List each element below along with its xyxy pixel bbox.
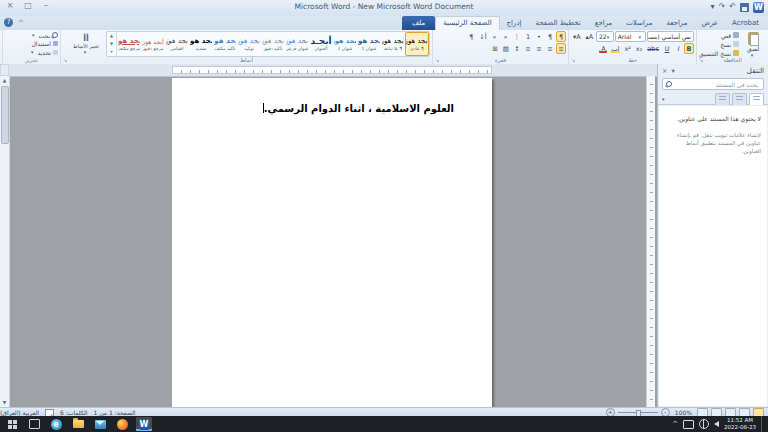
taskbar-clock[interactable]: 11:52 AM 2022-08-23 <box>724 417 756 431</box>
pane-dropdown-icon[interactable]: ▾ <box>671 67 674 75</box>
bullets-button[interactable]: • <box>534 31 544 42</box>
gallery-scroll-down-icon[interactable]: ▼ <box>107 40 116 48</box>
tab-insert[interactable]: إدراج <box>500 16 529 30</box>
font-size-select[interactable]: 22 ▾ <box>596 31 614 42</box>
grow-font-button[interactable]: A▴ <box>584 31 596 42</box>
start-button[interactable] <box>4 417 20 431</box>
style-intense-reference[interactable]: أبجد هوز مرجع مكثف <box>117 32 141 56</box>
word-count[interactable]: الكلمات: 6 <box>60 409 88 416</box>
tab-page-layout[interactable]: تخطيط الصفحة <box>529 16 588 30</box>
complex-font-select[interactable]: نص أساسي (مست ▾ <box>647 31 694 42</box>
search-input[interactable] <box>676 80 760 89</box>
show-desktop-button[interactable] <box>761 416 766 432</box>
scroll-up-icon[interactable]: ▲ <box>0 76 9 85</box>
browse-results-tab[interactable] <box>715 93 730 105</box>
task-view-button[interactable] <box>26 417 42 431</box>
style-heading1[interactable]: أبجد هوز عنوان 1 <box>357 32 381 56</box>
tab-acrobat[interactable]: Acrobat <box>725 16 766 30</box>
styles-dialog-launcher-icon[interactable]: ↘ <box>63 57 67 64</box>
align-right-button[interactable]: ≡ <box>556 43 566 54</box>
horizontal-ruler[interactable] <box>0 64 657 77</box>
shrink-font-button[interactable]: A▾ <box>571 31 583 42</box>
scrollbar-thumb[interactable] <box>1 86 9 144</box>
document-text[interactable]: العلوم الاسلامية ، اثناء الدوام الرسمي. <box>172 102 492 115</box>
search-icon[interactable] <box>666 81 672 87</box>
align-center-button[interactable]: ≡ <box>545 43 555 54</box>
style-heading2[interactable]: أبجد هوز عنوان 2 <box>333 32 357 56</box>
rtl-direction-button[interactable]: ¶ <box>556 31 566 42</box>
style-quote[interactable]: أبجد هوز اقتباس <box>165 32 189 56</box>
vertical-ruler[interactable] <box>646 76 655 407</box>
subscript-button[interactable]: x₂ <box>634 43 644 54</box>
word-logo-icon[interactable]: W <box>753 2 764 13</box>
format-painter-button[interactable]: نسخ التنسيق <box>699 49 739 57</box>
numbering-button[interactable]: 1 <box>523 31 533 42</box>
qat-dropdown-icon[interactable]: ▾ <box>711 1 715 13</box>
save-icon[interactable] <box>740 3 749 12</box>
style-emphasis[interactable]: أبجد هوز توكيد <box>237 32 261 56</box>
gallery-scroll-up-icon[interactable]: ▲ <box>107 32 116 40</box>
cut-button[interactable]: قص <box>699 31 739 39</box>
tab-view[interactable]: عرض <box>694 16 725 30</box>
pane-close-icon[interactable]: × <box>662 67 667 75</box>
scroll-down-icon[interactable]: ▼ <box>0 398 9 407</box>
language-indicator[interactable]: العربية (العراق) <box>0 409 39 416</box>
paragraph-dialog-launcher-icon[interactable]: ↘ <box>435 57 439 64</box>
display-icon[interactable] <box>683 420 694 429</box>
firefox-button[interactable] <box>114 417 130 431</box>
sort-button[interactable]: أ↓ <box>477 31 488 42</box>
justify-button[interactable]: ≡ <box>523 43 533 54</box>
increase-indent-button[interactable]: » <box>490 31 500 42</box>
gallery-expand-icon[interactable]: ▾ <box>107 48 116 56</box>
style-subtle-reference[interactable]: أبجد هوز مرجع دقيق <box>141 32 165 56</box>
tabs-dropdown-icon[interactable]: ▾ <box>662 96 665 102</box>
style-title[interactable]: أبجـد العنوان <box>309 32 333 56</box>
word-taskbar-button[interactable]: W <box>136 417 152 431</box>
bold-button[interactable]: B <box>684 43 694 54</box>
tab-references[interactable]: مراجع <box>588 16 620 30</box>
decrease-indent-button[interactable]: « <box>501 31 511 42</box>
copy-button[interactable]: نسخ <box>699 40 739 48</box>
edge-button[interactable]: e <box>48 417 64 431</box>
zoom-level[interactable]: 100% <box>675 409 692 416</box>
browse-pages-tab[interactable] <box>732 93 747 105</box>
line-spacing-button[interactable]: ↕ <box>512 43 522 54</box>
file-explorer-button[interactable] <box>70 417 86 431</box>
clipboard-dialog-launcher-icon[interactable]: ↘ <box>699 57 703 64</box>
tab-home[interactable]: الصفحة الرئيسية <box>435 16 499 30</box>
tray-expand-icon[interactable]: ^ <box>672 419 678 429</box>
paste-button[interactable]: لصق ▾ <box>740 31 766 59</box>
help-icon[interactable]: ? <box>4 18 13 27</box>
change-styles-button[interactable]: أأ تغيير الأنماط ▾ <box>67 31 105 57</box>
style-no-spacing[interactable]: أبجد هوز ¶ بلا تباعد <box>381 32 405 56</box>
font-color-button[interactable]: A <box>598 43 608 54</box>
align-left-button[interactable]: ≡ <box>534 43 544 54</box>
italic-button[interactable]: I <box>673 43 683 54</box>
style-normal[interactable]: أبجد هوز ¶ عادي <box>405 32 429 56</box>
tab-review[interactable]: مراجعة <box>659 16 694 30</box>
shading-button[interactable]: ▨ <box>501 43 511 54</box>
network-icon[interactable] <box>699 419 709 429</box>
font-name-select[interactable]: Arial ▾ <box>615 31 646 42</box>
redo-icon[interactable]: ↷ <box>719 1 726 13</box>
underline-button[interactable]: U <box>662 43 672 54</box>
style-subtitle[interactable]: أبجد هوز عنوان فرعي <box>285 32 309 56</box>
multilevel-list-button[interactable]: ⋮ <box>512 31 523 42</box>
volume-icon[interactable] <box>714 421 719 427</box>
collapse-ribbon-icon[interactable]: ^ <box>18 19 24 27</box>
text-highlight-button[interactable]: اب <box>609 43 621 54</box>
borders-button[interactable]: ⊞ <box>490 43 500 54</box>
find-button[interactable]: بحث ▾ <box>5 31 58 40</box>
vertical-scrollbar[interactable]: ▲ ▼ <box>0 76 10 407</box>
ruler-toggle-button[interactable] <box>0 64 9 76</box>
undo-icon[interactable]: ↶ <box>729 1 736 13</box>
tab-file[interactable]: ملف <box>402 16 435 30</box>
mail-button[interactable] <box>92 417 108 431</box>
document-page[interactable]: العلوم الاسلامية ، اثناء الدوام الرسمي. <box>172 78 492 407</box>
replace-button[interactable]: استبدال <box>5 40 58 49</box>
ltr-direction-button[interactable]: ¶ <box>545 31 555 42</box>
select-button[interactable]: تحديد ▾ <box>5 48 58 57</box>
tab-mailings[interactable]: مراسلات <box>619 16 659 30</box>
style-intense-emphasis[interactable]: أبجد هوز تأكيد مكثف <box>213 32 237 56</box>
zoom-slider[interactable] <box>618 412 658 413</box>
